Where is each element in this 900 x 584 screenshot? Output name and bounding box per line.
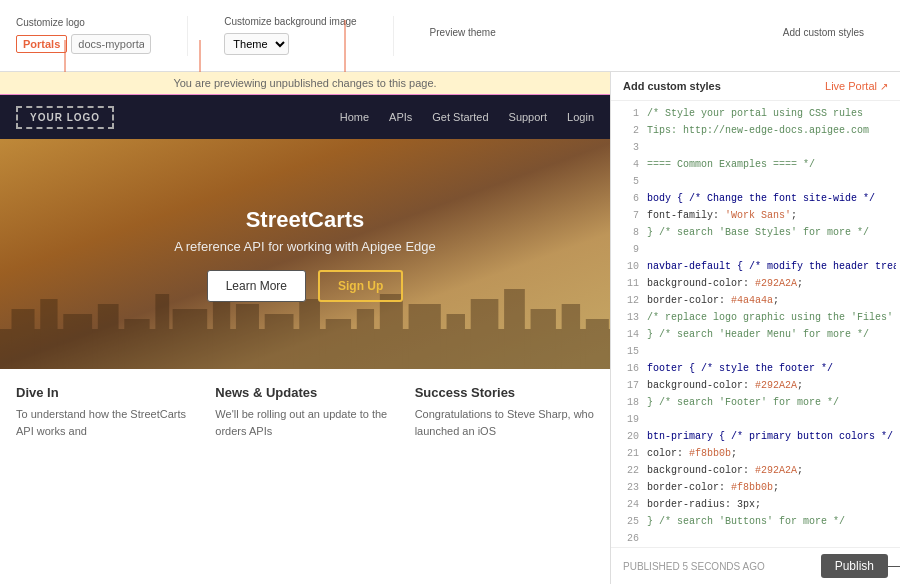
line-number: 4 bbox=[615, 157, 639, 172]
nav-get-started[interactable]: Get Started bbox=[432, 111, 488, 123]
publish-button[interactable]: Publish bbox=[821, 554, 888, 578]
customize-bg-label: Customize background image bbox=[224, 16, 356, 27]
svg-rect-22 bbox=[531, 309, 556, 369]
css-line: 17 background-color: #292A2A; bbox=[611, 377, 900, 394]
css-line: 4==== Common Examples ==== */ bbox=[611, 156, 900, 173]
line-number: 11 bbox=[615, 276, 639, 291]
live-portal-link[interactable]: Live Portal ↗ bbox=[825, 80, 888, 92]
line-number: 10 bbox=[615, 259, 639, 274]
docs-input[interactable] bbox=[71, 34, 151, 54]
svg-rect-18 bbox=[409, 304, 441, 369]
external-link-icon: ↗ bbox=[880, 81, 888, 92]
css-line: 10navbar-default { /* modify the header … bbox=[611, 258, 900, 275]
css-line: 20btn-primary { /* primary button colors… bbox=[611, 428, 900, 445]
nav-home[interactable]: Home bbox=[340, 111, 369, 123]
theme-select[interactable]: Theme bbox=[224, 33, 289, 55]
css-line: 2 Tips: http://new-edge-docs.apigee.com bbox=[611, 122, 900, 139]
css-line: 7 font-family: 'Work Sans'; bbox=[611, 207, 900, 224]
css-line: 5 bbox=[611, 173, 900, 190]
line-number: 18 bbox=[615, 395, 639, 410]
line-content: } /* search 'Buttons' for more */ bbox=[647, 514, 845, 529]
footer-card-3-text: Congratulations to Steve Sharp, who laun… bbox=[415, 406, 594, 439]
line-number: 8 bbox=[615, 225, 639, 240]
line-number: 14 bbox=[615, 327, 639, 342]
line-content: Tips: http://new-edge-docs.apigee.com bbox=[647, 123, 869, 138]
css-line: 25} /* search 'Buttons' for more */ bbox=[611, 513, 900, 530]
svg-rect-23 bbox=[562, 304, 580, 369]
line-number: 2 bbox=[615, 123, 639, 138]
svg-rect-13 bbox=[265, 314, 294, 369]
line-number: 19 bbox=[615, 412, 639, 427]
line-content: font-family: 'Work Sans'; bbox=[647, 208, 797, 223]
line-number: 20 bbox=[615, 429, 639, 444]
css-line: 12 border-color: #4a4a4a; bbox=[611, 292, 900, 309]
css-panel-footer: PUBLISHED 5 SECONDS AGO Publish Publish … bbox=[611, 547, 900, 584]
css-line: 15 bbox=[611, 343, 900, 360]
svg-rect-7 bbox=[98, 304, 119, 369]
line-number: 12 bbox=[615, 293, 639, 308]
line-content: color: #f8bb0b; bbox=[647, 446, 737, 461]
footer-card-1-text: To understand how the StreetCarts API wo… bbox=[16, 406, 195, 439]
svg-rect-5 bbox=[40, 299, 57, 369]
add-custom-styles-label: Add custom styles bbox=[783, 27, 864, 38]
css-line: 23 border-color: #f8bb0b; bbox=[611, 479, 900, 496]
line-number: 5 bbox=[615, 174, 639, 189]
nav-support[interactable]: Support bbox=[509, 111, 548, 123]
portal-footer-cards: Dive In To understand how the StreetCart… bbox=[0, 369, 610, 455]
svg-rect-4 bbox=[12, 309, 35, 369]
svg-rect-6 bbox=[63, 314, 92, 369]
customize-logo-section: Customize logo Portals bbox=[16, 17, 171, 54]
line-number: 25 bbox=[615, 514, 639, 529]
portals-button[interactable]: Portals bbox=[16, 35, 67, 53]
css-editor[interactable]: 1/* Style your portal using CSS rules2 T… bbox=[611, 101, 900, 547]
footer-card-2-title: News & Updates bbox=[215, 385, 394, 400]
divider bbox=[187, 16, 188, 56]
svg-rect-9 bbox=[155, 294, 169, 369]
sign-up-button[interactable]: Sign Up bbox=[318, 270, 403, 302]
line-number: 23 bbox=[615, 480, 639, 495]
portal-hero: StreetCarts A reference API for working … bbox=[0, 139, 610, 369]
nav-login[interactable]: Login bbox=[567, 111, 594, 123]
warning-text: You are previewing unpublished changes t… bbox=[173, 77, 436, 89]
css-panel-header: Add custom styles Live Portal ↗ bbox=[611, 72, 900, 101]
line-content: btn-primary { /* primary button colors *… bbox=[647, 429, 893, 444]
portal-nav-links: Home APIs Get Started Support Login bbox=[340, 111, 594, 123]
hero-content: StreetCarts A reference API for working … bbox=[174, 207, 436, 302]
css-line: 19 bbox=[611, 411, 900, 428]
divider2 bbox=[393, 16, 394, 56]
line-number: 22 bbox=[615, 463, 639, 478]
line-content: body { /* Change the font site-wide */ bbox=[647, 191, 875, 206]
svg-rect-10 bbox=[173, 309, 208, 369]
line-content: } /* search 'Footer' for more */ bbox=[647, 395, 839, 410]
svg-rect-8 bbox=[124, 319, 149, 369]
line-content: border-radius: 3px; bbox=[647, 497, 761, 512]
css-line: 6body { /* Change the font site-wide */ bbox=[611, 190, 900, 207]
css-line: 26 bbox=[611, 530, 900, 547]
line-number: 13 bbox=[615, 310, 639, 325]
svg-rect-14 bbox=[299, 299, 320, 369]
line-number: 24 bbox=[615, 497, 639, 512]
line-number: 6 bbox=[615, 191, 639, 206]
line-number: 9 bbox=[615, 242, 639, 257]
line-number: 15 bbox=[615, 344, 639, 359]
footer-card-3-title: Success Stories bbox=[415, 385, 594, 400]
portal-nav: YOUR LOGO Home APIs Get Started Support … bbox=[0, 95, 610, 139]
line-number: 7 bbox=[615, 208, 639, 223]
line-content: background-color: #292A2A; bbox=[647, 463, 803, 478]
footer-card-1: Dive In To understand how the StreetCart… bbox=[16, 385, 195, 439]
css-line: 8} /* search 'Base Styles' for more */ bbox=[611, 224, 900, 241]
line-content: } /* search 'Base Styles' for more */ bbox=[647, 225, 869, 240]
line-content: ==== Common Examples ==== */ bbox=[647, 157, 815, 172]
svg-rect-24 bbox=[586, 319, 609, 369]
line-content: background-color: #292A2A; bbox=[647, 378, 803, 393]
preview-panel: You are previewing unpublished changes t… bbox=[0, 72, 610, 584]
live-portal-label: Live Portal bbox=[825, 80, 877, 92]
css-line: 21 color: #f8bb0b; bbox=[611, 445, 900, 462]
css-line: 18} /* search 'Footer' for more */ bbox=[611, 394, 900, 411]
svg-rect-20 bbox=[471, 299, 499, 369]
nav-apis[interactable]: APIs bbox=[389, 111, 412, 123]
learn-more-button[interactable]: Learn More bbox=[207, 270, 306, 302]
hero-title: StreetCarts bbox=[174, 207, 436, 233]
footer-card-2-text: We'll be rolling out an update to the or… bbox=[215, 406, 394, 439]
line-content: /* Style your portal using CSS rules bbox=[647, 106, 863, 121]
